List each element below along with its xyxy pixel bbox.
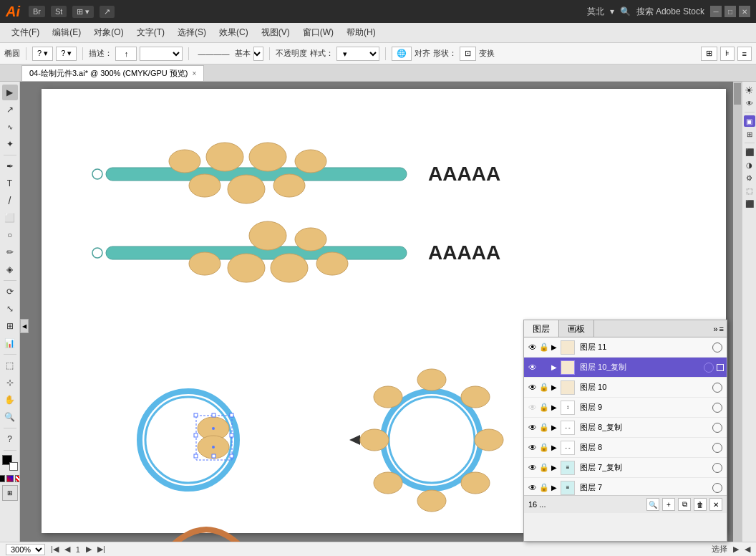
right-tool-grid[interactable]: ⊞: [744, 128, 755, 140]
new-page-btn[interactable]: +: [662, 498, 675, 511]
layer-row-7[interactable]: 👁 🔒 ▶ ≡ 图层 7: [524, 478, 727, 495]
active-tab[interactable]: 04-绘制元件3.ai* @ 300% (CMYK/GPU 预览) ×: [21, 65, 204, 81]
ellipse-tool[interactable]: ○: [2, 227, 18, 243]
arrow-11[interactable]: ▶: [550, 343, 558, 351]
menu-file[interactable]: 文件(F): [6, 24, 45, 42]
layer-row-10-copy[interactable]: 👁 ▶ 图层 10_复制: [524, 358, 727, 378]
lock-7[interactable]: 🔒: [538, 483, 550, 492]
paint-bucket[interactable]: ⊹: [2, 375, 18, 390]
paint-tool[interactable]: ✏: [2, 244, 18, 260]
pen-tool[interactable]: ✒: [2, 158, 18, 174]
wand-tool[interactable]: ✦: [2, 136, 18, 152]
style-select[interactable]: ▾: [336, 47, 379, 61]
question-btn2[interactable]: ? ▾: [56, 47, 77, 61]
lock-9[interactable]: 🔒: [538, 403, 550, 412]
eye-11[interactable]: 👁: [527, 342, 538, 353]
arrow-10[interactable]: ▶: [550, 383, 558, 391]
maximize-btn[interactable]: □: [724, 6, 736, 17]
scale-tool[interactable]: ⤡: [2, 301, 18, 317]
eye-9[interactable]: 👁: [527, 403, 538, 413]
type-tool[interactable]: T: [2, 176, 18, 191]
v-scroll-thumb[interactable]: [734, 83, 741, 105]
blend-tool[interactable]: ⊞: [2, 318, 18, 334]
arrow-8[interactable]: ▶: [550, 444, 558, 451]
none-swatch[interactable]: [15, 475, 21, 482]
arrow-7[interactable]: ▶: [550, 484, 558, 492]
arrow-7c[interactable]: ▶: [550, 464, 558, 471]
globe-btn[interactable]: 🌐: [392, 47, 412, 61]
menu-help[interactable]: 帮助(H): [341, 24, 382, 42]
menu-window[interactable]: 窗口(W): [297, 24, 339, 42]
page-prev[interactable]: ◀: [64, 545, 70, 554]
align-right-btn[interactable]: ⊧: [720, 47, 735, 61]
lock-7c[interactable]: 🔒: [538, 463, 550, 472]
layer-row-8-copy[interactable]: 👁 🔒 ▶ - - 图层 8_复制: [524, 418, 727, 438]
right-tool-sun[interactable]: ☀: [744, 85, 755, 96]
rect-tool[interactable]: ⬜: [2, 210, 18, 226]
zoom-tool[interactable]: 🔍: [2, 409, 18, 425]
menu-select[interactable]: 选择(S): [172, 24, 212, 42]
chart-tool[interactable]: 📊: [2, 335, 18, 351]
page-next[interactable]: ▶: [86, 545, 92, 554]
tab-close-btn[interactable]: ×: [192, 70, 196, 77]
stroke-color[interactable]: [9, 462, 18, 471]
lock-11[interactable]: 🔒: [538, 342, 550, 352]
clip-btn[interactable]: ⧉: [678, 498, 691, 511]
question-btn1[interactable]: ? ▾: [32, 47, 53, 61]
collapse-btn[interactable]: »: [713, 325, 717, 333]
arrow-10c[interactable]: ▶: [550, 363, 558, 371]
screen-mode-btn[interactable]: ⊞: [2, 485, 18, 501]
right-tool-5[interactable]: ⬚: [744, 185, 755, 196]
stock-btn[interactable]: St: [51, 6, 67, 17]
right-tool-6[interactable]: ⬛: [744, 198, 755, 209]
right-tool-2[interactable]: ⬛: [744, 146, 755, 158]
crop-btn[interactable]: ⊡: [460, 47, 476, 61]
right-tool-eye[interactable]: 👁: [744, 97, 755, 109]
menu-btn[interactable]: ≡: [737, 47, 752, 61]
arrow-btn[interactable]: ↗: [100, 6, 115, 18]
eye-10[interactable]: 👁: [527, 383, 538, 393]
menu-effect[interactable]: 效果(C): [213, 24, 254, 42]
minimize-btn[interactable]: ─: [710, 6, 722, 17]
desc-dropdown[interactable]: [140, 47, 183, 61]
zoom-select[interactable]: 300%: [6, 544, 45, 555]
left-panel-collapse[interactable]: ◀: [20, 319, 29, 333]
black-swatch[interactable]: [0, 475, 5, 482]
search-layer-btn[interactable]: 🔍: [646, 498, 659, 511]
help-tool[interactable]: ?: [2, 431, 18, 447]
lock-8c[interactable]: 🔒: [538, 423, 550, 432]
layers-tab[interactable]: 图层: [524, 320, 559, 337]
arrow-9[interactable]: ▶: [550, 403, 558, 411]
select-tool[interactable]: ▶: [2, 85, 18, 100]
menu-object[interactable]: 对象(O): [88, 24, 129, 42]
lasso-tool[interactable]: ∿: [2, 119, 18, 135]
eye-8[interactable]: 👁: [527, 443, 538, 453]
eye-10c[interactable]: 👁: [527, 363, 538, 373]
bridge-btn[interactable]: Br: [29, 6, 45, 17]
right-tool-4[interactable]: ⚙: [744, 172, 755, 183]
panel-menu-btn[interactable]: ≡: [719, 325, 724, 333]
layer-row-10[interactable]: 👁 🔒 ▶ 图层 10: [524, 378, 727, 398]
grid-btn[interactable]: ⊞: [701, 47, 717, 61]
right-tool-layers[interactable]: ▣: [744, 115, 755, 127]
eye-8c[interactable]: 👁: [527, 423, 538, 433]
layer-row-11[interactable]: 👁 🔒 ▶ 图层 11: [524, 337, 727, 358]
layer-row-9[interactable]: 👁 🔒 ▶ ↕ 图层 9: [524, 398, 727, 418]
lock-8[interactable]: 🔒: [538, 443, 550, 452]
arrow-8c[interactable]: ▶: [550, 423, 558, 431]
eye-7[interactable]: 👁: [527, 483, 538, 493]
delete-btn[interactable]: ✕: [709, 498, 722, 511]
menu-view[interactable]: 视图(V): [256, 24, 296, 42]
basic-select[interactable]: ▾: [253, 47, 263, 61]
status-expand[interactable]: ◀: [745, 545, 750, 554]
eye-7c[interactable]: 👁: [527, 463, 538, 473]
line-tool[interactable]: /: [2, 193, 18, 208]
lock-10[interactable]: 🔒: [538, 383, 550, 392]
direct-select-tool[interactable]: ↗: [2, 102, 18, 118]
artboard-tab[interactable]: 画板: [559, 320, 594, 337]
layout-btn[interactable]: ⊞ ▾: [72, 6, 94, 18]
hand-tool[interactable]: ✋: [2, 392, 18, 408]
layer-row-7-copy[interactable]: 👁 🔒 ▶ ≡ 图层 7_复制: [524, 458, 727, 478]
close-btn[interactable]: ✕: [739, 6, 750, 17]
menu-edit[interactable]: 编辑(E): [47, 24, 87, 42]
